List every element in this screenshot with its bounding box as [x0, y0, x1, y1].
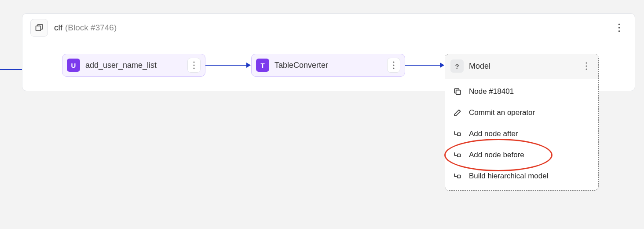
- svg-point-7: [393, 62, 395, 63]
- node-label: TableConverter: [274, 61, 387, 70]
- edit-icon: [453, 108, 462, 117]
- dropdown-header[interactable]: ? Model: [445, 54, 598, 78]
- block-title: clf: [54, 23, 62, 33]
- svg-point-10: [586, 63, 587, 64]
- node-more-button[interactable]: [387, 58, 400, 73]
- menu-item-label: Node #18401: [469, 87, 514, 96]
- more-vertical-icon: [393, 61, 395, 69]
- svg-point-2: [618, 27, 620, 29]
- menu-item-add-node-after[interactable]: Add node after: [445, 123, 598, 144]
- menu-item-label: Add node before: [469, 151, 524, 159]
- block-panel: clf (Block #3746) U add_user_name_list T…: [22, 13, 635, 91]
- svg-rect-16: [457, 175, 461, 178]
- svg-point-3: [618, 30, 620, 32]
- node-more-button[interactable]: [580, 59, 593, 74]
- block-more-button[interactable]: [611, 20, 627, 36]
- node-type-badge: T: [256, 59, 269, 72]
- block-header: clf (Block #3746): [22, 14, 635, 42]
- svg-point-9: [393, 68, 395, 69]
- more-vertical-icon: [193, 61, 195, 69]
- svg-point-6: [194, 68, 195, 69]
- block-icon: [30, 19, 48, 37]
- pipeline-edge: [205, 65, 250, 66]
- pipeline-edge: [405, 65, 444, 66]
- insert-icon: [453, 129, 462, 138]
- more-vertical-icon: [585, 62, 587, 70]
- svg-rect-14: [457, 133, 461, 136]
- svg-point-11: [586, 66, 587, 67]
- svg-point-4: [194, 62, 195, 63]
- svg-point-12: [586, 69, 587, 70]
- menu-item-add-node-before[interactable]: Add node before: [445, 144, 598, 166]
- copy-icon: [453, 87, 462, 96]
- node-type-badge: U: [67, 59, 80, 72]
- menu-item-label: Build hierarchical model: [469, 172, 548, 181]
- more-vertical-icon: [618, 23, 620, 32]
- context-menu: Node #18401 Commit an operator Add node …: [445, 78, 598, 190]
- svg-rect-13: [456, 90, 461, 95]
- pipeline-node-model-dropdown: ? Model Node #18401: [445, 54, 599, 191]
- svg-point-1: [618, 23, 620, 25]
- block-subtitle: (Block #3746): [65, 23, 117, 33]
- menu-item-node-id[interactable]: Node #18401: [445, 81, 598, 102]
- insert-icon: [453, 172, 462, 181]
- svg-rect-15: [457, 154, 461, 157]
- menu-item-commit-operator[interactable]: Commit an operator: [445, 102, 598, 123]
- menu-item-label: Add node after: [469, 129, 518, 138]
- menu-item-label: Commit an operator: [469, 108, 535, 117]
- node-more-button[interactable]: [187, 58, 201, 73]
- insert-icon: [453, 151, 462, 159]
- pipeline-node-add-user-name-list[interactable]: U add_user_name_list: [62, 54, 205, 77]
- menu-item-build-hierarchical[interactable]: Build hierarchical model: [445, 166, 598, 187]
- svg-rect-0: [36, 26, 41, 31]
- svg-point-8: [393, 65, 395, 66]
- stack-icon: [35, 23, 44, 32]
- svg-point-5: [194, 65, 195, 66]
- block-body: U add_user_name_list T TableConverter ?: [22, 42, 635, 91]
- node-label: add_user_name_list: [85, 61, 187, 70]
- pipeline-node-table-converter[interactable]: T TableConverter: [251, 54, 405, 77]
- node-label: Model: [469, 62, 580, 71]
- node-type-badge: ?: [450, 59, 464, 73]
